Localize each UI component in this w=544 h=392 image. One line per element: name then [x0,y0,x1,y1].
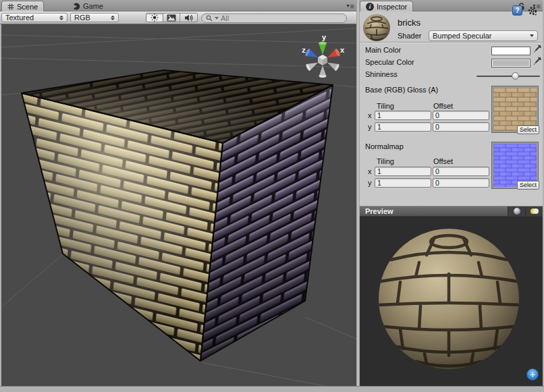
lighting-toggle[interactable] [146,13,163,22]
specular-color-label: Specular Color [365,58,414,66]
header-divider [360,42,543,43]
preview-toolbar [508,206,543,216]
gizmo-z-axis [304,48,320,61]
sphere-icon [514,208,520,215]
base-map-label: Base (RGB) Gloss (A) [365,86,438,94]
base-offset-y-field[interactable] [433,122,489,132]
tab-game-label: Game [83,2,103,10]
sun-icon [151,13,159,22]
dropdown-arrows-icon [111,16,115,20]
normal-offset-x-field[interactable] [433,167,489,176]
search-icon [206,15,213,22]
material-name: bricks [398,18,420,28]
base-y-row-label: y [368,123,372,131]
normal-offset-header: Offset [433,157,453,165]
base-offset-x-field[interactable] [433,111,489,120]
normal-tiling-y-field[interactable] [375,178,431,188]
scene-panel: Scene Game ▾ ≡ Textured RGB [0,0,356,386]
scene-grid-icon [7,3,14,10]
draw-mode-dropdown[interactable]: Textured [1,13,67,22]
base-offset-header: Offset [433,102,453,110]
audio-toggle[interactable] [180,13,197,22]
material-header: bricks Shader Bumped Specular ? [360,11,543,43]
tab-game[interactable]: Game [73,1,103,11]
info-icon: i [366,3,374,11]
tab-scene[interactable]: Scene [1,1,44,11]
game-icon [73,3,80,10]
gizmo-y-label: y [322,33,327,41]
help-icon[interactable]: ? [512,5,522,16]
gizmo-x-label: x [340,46,345,54]
base-x-row-label: x [368,111,372,119]
normal-y-row-label: y [368,179,372,187]
scene-viewport[interactable]: y x z [1,24,356,386]
specular-color-swatch[interactable] [491,59,531,67]
tab-inspector-label: Inspector [377,3,407,11]
shininess-slider[interactable] [477,72,540,80]
preview-header-bar[interactable]: Preview [360,206,543,217]
eyedropper-icon[interactable] [533,45,541,53]
shininess-label: Shininess [365,70,398,78]
normal-tiling-x-field[interactable] [375,167,431,176]
caret-icon: ▾ [347,3,350,9]
search-filter-caret-icon[interactable] [215,17,219,20]
tab-inspector[interactable]: i Inspector [360,1,413,11]
scene-3d-view[interactable]: y x z [1,24,356,386]
slider-track-line [477,76,540,77]
window-bottom-frame [0,386,544,392]
main-color-label: Main Color [365,46,401,54]
brick-cube[interactable] [22,70,333,361]
gear-icon[interactable] [528,6,537,16]
scene-view-toggles [146,13,198,22]
main-color-swatch[interactable] [491,47,531,55]
normal-offset-y-field[interactable] [433,178,489,188]
preview-title: Preview [365,207,393,215]
base-tiling-y-field[interactable] [375,122,431,132]
preview-mesh-button[interactable] [508,206,526,216]
normal-tiling-header: Tiling [377,157,394,165]
image-icon [167,14,176,22]
tab-scene-label: Scene [17,3,38,11]
scene-search-field[interactable] [201,13,347,23]
scene-orientation-gizmo[interactable]: y x z [302,33,345,78]
normal-x-row-label: x [368,167,372,175]
gizmo-y-axis [319,42,327,55]
base-select-button[interactable]: Select [517,125,539,134]
preview-lighting-button[interactable] [526,206,543,216]
base-tiling-header: Tiling [377,102,394,110]
add-button[interactable]: + [526,368,539,381]
skybox-toggle[interactable] [163,13,180,22]
speaker-icon [184,14,193,22]
eyedropper-icon[interactable] [533,57,541,65]
dropdown-arrows-icon [59,16,63,20]
gizmo-x-axis [325,48,341,61]
inspector-panel: i Inspector ▾ ≡ [360,0,543,386]
render-mode-value: RGB [74,13,90,22]
normal-map-label: Normalmap [365,142,404,150]
light-dot-white-icon [533,208,539,214]
gizmo-z-label: z [302,46,306,54]
shader-value: Bumped Specular [433,32,491,40]
scene-tabstrip: Scene Game ▾ ≡ [0,0,356,11]
preview-area[interactable]: + [360,217,543,386]
preview-sphere [360,217,543,386]
unity-editor-window: { "scene_panel": { "tabs": { "scene": "S… [0,0,544,392]
render-mode-dropdown[interactable]: RGB [70,13,119,22]
hamburger-icon: ≡ [350,3,354,9]
shader-dropdown[interactable]: Bumped Specular [429,30,538,41]
material-preview-thumb [362,13,391,42]
shader-caret-icon [530,34,534,37]
scene-panel-menu[interactable]: ▾ ≡ [347,3,354,9]
draw-mode-value: Textured [5,13,34,22]
normal-select-button[interactable]: Select [517,181,539,190]
scene-toolbar: Textured RGB [0,11,356,24]
brick-texture-image [493,88,537,131]
base-tiling-x-field[interactable] [375,111,431,120]
shininess-knob[interactable] [512,72,519,80]
search-input[interactable] [221,14,342,22]
shader-label: Shader [398,32,421,40]
